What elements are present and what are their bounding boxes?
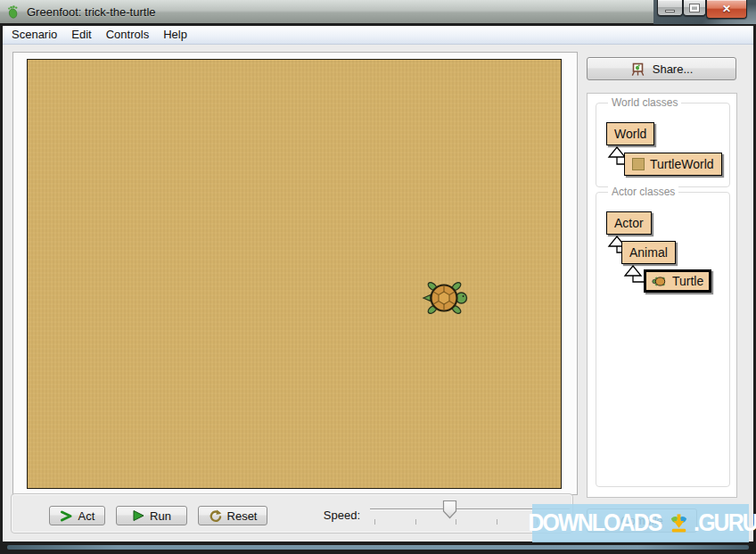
class-box-turtleworld[interactable]: TurtleWorld — [624, 153, 722, 176]
turtle-world-canvas[interactable] — [27, 59, 562, 489]
turtle-actor[interactable] — [420, 276, 470, 320]
download-arrow-icon — [668, 512, 690, 535]
class-box-world[interactable]: World — [606, 122, 654, 145]
class-box-turtleworld-label: TurtleWorld — [650, 156, 714, 172]
speed-label: Speed: — [310, 509, 360, 522]
close-icon: ✕ — [722, 4, 731, 14]
class-box-actor-label: Actor — [614, 215, 644, 231]
act-step-icon — [60, 510, 73, 522]
run-play-icon — [132, 509, 144, 522]
menu-help[interactable]: Help — [156, 26, 194, 44]
class-box-actor[interactable]: Actor — [606, 211, 652, 235]
export-easel-icon — [630, 62, 645, 77]
reset-circular-arrow-icon — [209, 509, 222, 523]
close-button[interactable]: ✕ — [706, 0, 747, 19]
share-button[interactable]: Share... — [587, 57, 736, 80]
reset-button[interactable]: Reset — [198, 506, 267, 525]
menu-controls[interactable]: Controls — [99, 26, 156, 44]
slider-tick — [456, 519, 456, 525]
reset-button-label: Reset — [227, 509, 258, 523]
menu-bar: Scenario Edit Controls Help — [3, 26, 753, 45]
class-box-turtle-selected[interactable]: Turtle — [644, 269, 711, 293]
maximize-icon — [690, 4, 699, 12]
act-button-label: Act — [78, 509, 95, 523]
greenfoot-footprint-icon — [6, 4, 21, 19]
turtle-thumbnail-icon — [652, 276, 668, 287]
run-button[interactable]: Run — [116, 506, 187, 525]
share-button-label: Share... — [653, 62, 694, 76]
minimize-icon — [665, 10, 675, 12]
world-classes-title: World classes — [608, 96, 681, 109]
menu-edit[interactable]: Edit — [64, 26, 98, 44]
actor-classes-title: Actor classes — [608, 186, 678, 198]
slider-tick — [497, 519, 497, 525]
slider-tick — [374, 519, 375, 525]
turtleworld-thumbnail-icon — [632, 158, 645, 170]
maximize-button[interactable] — [683, 0, 706, 16]
minimize-button[interactable] — [657, 0, 683, 16]
title-bar[interactable]: Greenfoot: trick-the-turtle — [0, 0, 756, 23]
watermark-text-right: .GURU — [694, 509, 756, 537]
window-title: Greenfoot: trick-the-turtle — [27, 5, 156, 19]
watermark-text-left: DOWNLOADS — [528, 509, 661, 537]
downloads-guru-watermark[interactable]: DOWNLOADS .GURU — [532, 504, 749, 542]
class-box-animal-label: Animal — [629, 244, 668, 260]
greenfoot-window: Greenfoot: trick-the-turtle ✕ Scenario E… — [0, 0, 756, 554]
class-box-animal[interactable]: Animal — [621, 241, 676, 264]
run-button-label: Run — [150, 509, 171, 523]
class-box-world-label: World — [614, 126, 646, 142]
act-button[interactable]: Act — [49, 506, 105, 525]
menu-scenario[interactable]: Scenario — [4, 26, 64, 44]
window-bottom-edge — [7, 545, 749, 550]
speed-slider-thumb[interactable] — [442, 500, 457, 519]
class-box-turtle-label: Turtle — [672, 273, 703, 289]
slider-tick — [415, 519, 416, 525]
